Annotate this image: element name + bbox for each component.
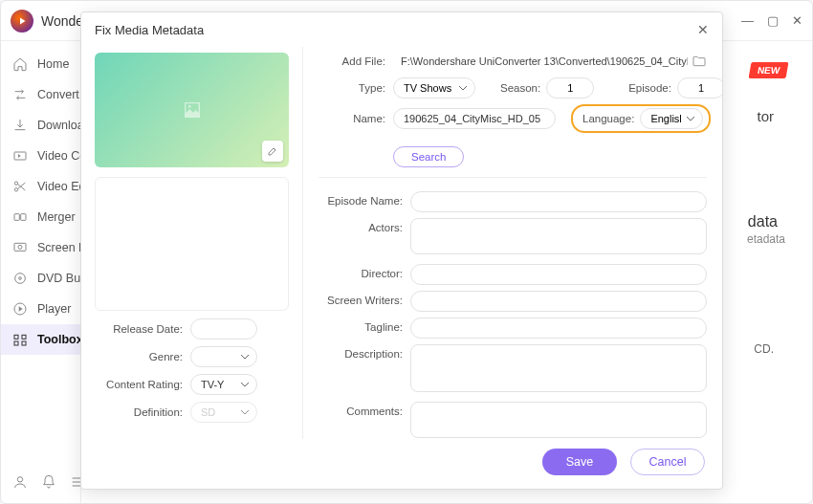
compress-icon [12, 148, 28, 164]
comments-input[interactable] [410, 402, 707, 438]
definition-label: Definition: [95, 406, 190, 418]
name-input[interactable] [393, 108, 556, 129]
image-placeholder-icon [179, 99, 206, 121]
sidebar-item-label: Toolbox [37, 333, 81, 346]
home-icon [12, 56, 28, 72]
sidebar-item-home[interactable]: Home [1, 49, 80, 79]
sidebar-item-video-editor[interactable]: Video Ed [1, 171, 80, 202]
screen-writers-input[interactable] [410, 291, 707, 312]
sidebar-item-label: DVD Bu [37, 272, 80, 285]
genre-label: Genre: [95, 351, 190, 362]
sidebar-item-screen-recorder[interactable]: Screen R [1, 232, 80, 263]
description-label: Description: [319, 344, 410, 360]
sidebar-item-label: Video Ed [37, 180, 81, 193]
new-badge: NEW [748, 62, 788, 78]
release-date-label: Release Date: [95, 323, 190, 335]
sidebar-item-label: Screen R [37, 241, 81, 254]
sidebar-item-label: Downloa [37, 119, 81, 132]
sidebar-item-dvd-burner[interactable]: DVD Bu [1, 263, 80, 294]
download-icon [12, 118, 28, 133]
season-label: Season: [500, 82, 540, 94]
language-select[interactable]: English [640, 108, 703, 129]
svg-point-8 [19, 277, 22, 280]
description-input[interactable] [410, 344, 707, 392]
svg-point-14 [17, 477, 22, 482]
add-file-label: Add File: [319, 55, 393, 67]
definition-select[interactable]: SD [190, 402, 257, 423]
merger-icon [12, 209, 28, 225]
svg-point-15 [187, 105, 190, 108]
svg-rect-10 [14, 335, 18, 339]
bg-text: CD. [754, 342, 774, 356]
sidebar-item-label: Merger [37, 210, 76, 224]
sidebar-item-convert[interactable]: Convert [1, 79, 80, 110]
scissors-icon [12, 179, 28, 194]
sidebar-item-label: Home [37, 57, 69, 71]
type-label: Type: [319, 82, 393, 94]
convert-icon [12, 87, 28, 102]
episode-input[interactable] [677, 77, 722, 99]
edit-thumbnail-button[interactable] [262, 141, 283, 162]
sidebar-item-video-compress[interactable]: Video Co [1, 141, 80, 171]
svg-rect-11 [22, 335, 26, 339]
language-highlight: Language: English [571, 104, 711, 133]
sidebar-item-label: Convert [37, 88, 79, 101]
sidebar-item-toolbox[interactable]: Toolbox [1, 324, 80, 355]
bg-text: data [748, 213, 778, 230]
screen-writers-label: Screen Writers: [319, 291, 410, 306]
modal-close-button[interactable]: ✕ [697, 22, 709, 37]
browse-folder-button[interactable] [692, 54, 707, 69]
sidebar-item-label: Player [37, 302, 71, 316]
episode-name-label: Episode Name: [319, 191, 410, 207]
sidebar-item-download[interactable]: Downloa [1, 110, 80, 141]
sidebar-item-merger[interactable]: Merger [1, 202, 80, 232]
tagline-label: Tagline: [319, 318, 410, 333]
svg-rect-3 [14, 214, 19, 221]
sidebar-item-player[interactable]: Player [1, 294, 80, 324]
modal-title: Fix Media Metadata [95, 23, 204, 37]
director-input[interactable] [410, 264, 707, 285]
season-input[interactable] [546, 77, 594, 99]
comments-label: Comments: [319, 402, 410, 417]
episode-label: Episode: [628, 82, 671, 94]
genre-select[interactable] [190, 346, 257, 367]
actors-label: Actors: [319, 218, 410, 233]
content-rating-select[interactable]: TV-Y [190, 374, 257, 395]
toolbox-icon [12, 332, 28, 347]
svg-rect-12 [14, 341, 18, 345]
disc-icon [12, 271, 28, 286]
fix-metadata-modal: Fix Media Metadata ✕ Release Date: Genre… [80, 11, 723, 490]
search-button[interactable]: Search [393, 146, 464, 167]
content-rating-label: Content Rating: [95, 379, 190, 390]
svg-rect-4 [21, 214, 26, 221]
minimize-button[interactable]: — [741, 14, 754, 27]
svg-point-7 [15, 274, 26, 284]
recorder-icon [12, 240, 28, 255]
play-icon [12, 301, 28, 317]
actors-input[interactable] [410, 218, 707, 254]
thumbnail-preview [95, 53, 289, 167]
bg-text: tor [757, 108, 774, 124]
tagline-input[interactable] [410, 318, 707, 339]
director-label: Director: [319, 264, 410, 279]
add-file-path: F:\Wondershare UniConverter 13\Converted… [393, 51, 688, 72]
divider [319, 177, 707, 178]
bg-text: etadata [747, 232, 785, 246]
release-date-input[interactable] [190, 318, 257, 340]
app-logo [11, 10, 33, 33]
name-label: Name: [319, 113, 393, 124]
maximize-button[interactable]: ▢ [767, 14, 779, 27]
episode-name-input[interactable] [410, 191, 707, 212]
account-icon[interactable] [12, 474, 28, 493]
svg-rect-5 [14, 243, 26, 251]
type-select[interactable]: TV Shows [393, 77, 475, 99]
sidebar-item-label: Video Co [37, 149, 81, 163]
close-button[interactable]: ✕ [792, 14, 802, 27]
svg-point-6 [18, 245, 22, 249]
language-label: Language: [582, 113, 634, 124]
results-list[interactable] [95, 177, 289, 311]
svg-rect-13 [22, 341, 26, 345]
cancel-button[interactable]: Cancel [630, 449, 705, 475]
bell-icon[interactable] [41, 474, 56, 493]
save-button[interactable]: Save [542, 449, 617, 475]
